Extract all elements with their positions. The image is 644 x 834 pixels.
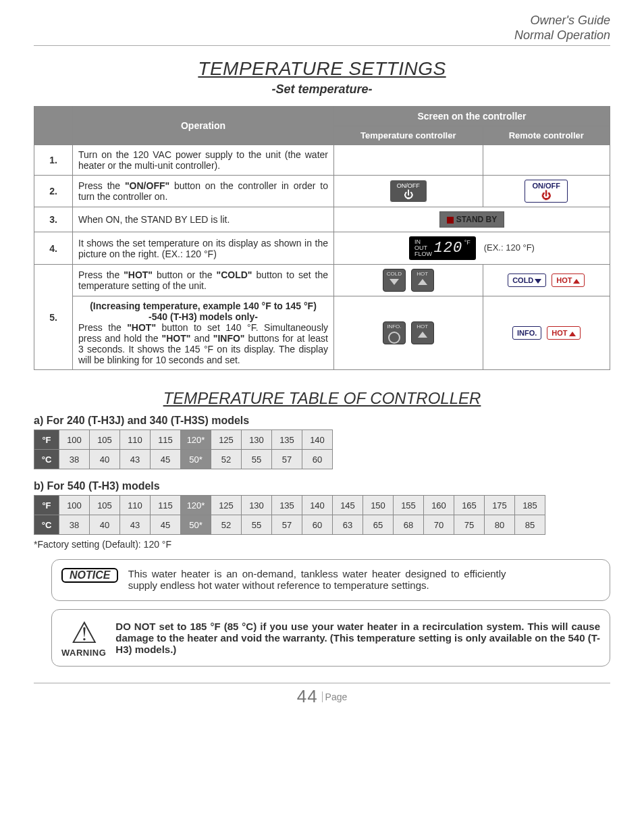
temp-table-b: °F100105110115120*1251301351401451501551… <box>34 495 545 535</box>
temp-c-cell: 45 <box>151 450 181 469</box>
step-5b-tc: INFO. HOT <box>334 296 483 370</box>
step-3-screen: STAND BY <box>334 207 610 232</box>
temp-f-cell: 160 <box>424 496 454 515</box>
temp-c-cell: 40 <box>90 515 120 535</box>
temp-f-cell: 120* <box>181 496 211 515</box>
triangle-down-icon <box>390 279 399 285</box>
temp-f-cell: 145 <box>333 496 363 515</box>
temp-f-cell: 125 <box>211 430 242 450</box>
step-1-row: 1. Turn on the 120 VAC power supply to t… <box>34 145 610 176</box>
temp-c-cell: 52 <box>211 450 242 469</box>
hot-button-tc: HOT <box>411 269 434 292</box>
temp-f-cell: 120* <box>181 430 211 450</box>
temp-c-cell: 60 <box>302 450 333 469</box>
step-2-tc: ON/OFF⏻ <box>334 176 483 207</box>
temp-f-cell: 110 <box>120 430 151 450</box>
step-4-num: 4. <box>34 232 73 265</box>
step-3-num: 3. <box>34 207 73 232</box>
page-subtitle: -Set temperature- <box>34 82 610 97</box>
step-5b-text: (Increasing temperature, example 140 °F … <box>73 296 334 370</box>
temp-c-cell: 55 <box>242 515 272 535</box>
step-5a-row: 5. Press the "HOT" button or the "COLD" … <box>34 265 610 296</box>
corner-cell <box>34 107 73 145</box>
step-2-text: Press the "ON/OFF" button on the control… <box>73 176 334 207</box>
power-icon: ⏻ <box>397 189 420 200</box>
page-title: TEMPERATURE SETTINGS <box>34 58 610 80</box>
step-1-tc <box>334 145 483 176</box>
temp-c-cell: 65 <box>363 515 394 535</box>
temp-table-a: °F100105110115120*125130135140 °C3840434… <box>34 429 333 469</box>
temp-f-cell: 135 <box>272 496 302 515</box>
temp-c-cell: 63 <box>333 515 363 535</box>
temp-c-cell: 43 <box>120 515 151 535</box>
warning-box: ⚠ WARNING DO NOT set to 185 °F (85 °C) i… <box>51 609 610 667</box>
col-operation: Operation <box>73 107 334 145</box>
temp-c-cell: 57 <box>272 515 302 535</box>
page-footer: 44 Page <box>34 683 610 707</box>
standby-badge: STAND BY <box>439 211 504 228</box>
temp-f-cell: 115 <box>151 496 181 515</box>
hot-button-rc: HOT <box>547 326 580 340</box>
triangle-up-icon <box>418 279 427 285</box>
temp-c-cell: 60 <box>302 515 333 535</box>
temp-c-cell: 85 <box>515 515 545 535</box>
temp-c-cell: 40 <box>90 450 120 469</box>
notice-text: This water heater is an on-demand, tankl… <box>128 568 506 591</box>
step-5b-rc: INFO. HOT <box>483 296 610 370</box>
temp-f-cell: 100 <box>59 430 90 450</box>
cold-button-rc: COLD <box>508 273 546 287</box>
info-button-rc: INFO. <box>512 326 541 340</box>
step-5-num: 5. <box>34 265 73 370</box>
step-5a-tc: COLD HOT <box>334 265 483 296</box>
col-remote-controller: Remote controller <box>483 126 610 145</box>
temp-f-cell: 150 <box>363 496 394 515</box>
table-a-title: a) For 240 (T-H3J) and 340 (T-H3S) model… <box>34 415 610 427</box>
temp-c-cell: 45 <box>151 515 181 535</box>
col-temp-controller: Temperature controller <box>334 126 483 145</box>
step-2-num: 2. <box>34 176 73 207</box>
temp-c-cell: 75 <box>454 515 485 535</box>
temp-c-cell: 70 <box>424 515 454 535</box>
temp-c-cell: 43 <box>120 450 151 469</box>
col-screen: Screen on the controller <box>334 107 610 126</box>
table-a-c-row: °C3840434550*52555760 <box>34 450 333 469</box>
step-5a-rc: COLD HOT <box>483 265 610 296</box>
header-block: Owner's Guide Normal Operation <box>34 14 610 43</box>
onoff-button-rc: ON/OFF⏻ <box>525 180 568 203</box>
step-4-screen: IN OUT FLOW 120 °F (EX.: 120 °F) <box>334 232 610 265</box>
temp-f-cell: 100 <box>59 496 90 515</box>
standby-led-icon <box>447 217 454 224</box>
temp-f-cell: 140 <box>302 430 333 450</box>
header-line2: Normal Operation <box>514 28 610 42</box>
step-3-row: 3. When ON, the STAND BY LED is lit. STA… <box>34 207 610 232</box>
step-2-rc: ON/OFF⏻ <box>483 176 610 207</box>
table-b-f-row: °F100105110115120*1251301351401451501551… <box>34 496 545 515</box>
lcd-display: IN OUT FLOW 120 °F <box>409 236 476 260</box>
temp-f-cell: 110 <box>120 496 151 515</box>
warning-label: WARNING <box>61 648 106 658</box>
temp-f-cell: 130 <box>242 430 272 450</box>
table-b-title: b) For 540 (T-H3) models <box>34 480 610 492</box>
step-5a-text: Press the "HOT" button or the "COLD" but… <box>73 265 334 296</box>
page-label: Page <box>322 692 348 702</box>
header-line1: Owner's Guide <box>531 14 611 27</box>
temp-c-cell: 38 <box>59 450 90 469</box>
temp-c-cell: 52 <box>211 515 242 535</box>
triangle-up-icon <box>418 332 427 338</box>
triangle-up-icon <box>569 332 576 336</box>
temp-c-cell: 50* <box>181 450 211 469</box>
step-1-rc <box>483 145 610 176</box>
temp-f-cell: 140 <box>302 496 333 515</box>
warning-text: DO NOT set to 185 °F (85 °C) if you use … <box>115 621 600 655</box>
temp-f-cell: 115 <box>151 430 181 450</box>
notice-box: NOTICE This water heater is an on-demand… <box>51 559 610 601</box>
temp-c-cell: 38 <box>59 515 90 535</box>
temp-f-cell: 135 <box>272 430 302 450</box>
temp-c-cell: 80 <box>485 515 515 535</box>
onoff-button-tc: ON/OFF⏻ <box>390 180 427 203</box>
temp-f-cell: 155 <box>394 496 424 515</box>
triangle-up-icon <box>573 279 580 284</box>
temp-f-cell: 125 <box>211 496 242 515</box>
default-note: *Factory setting (Default): 120 °F <box>34 539 610 550</box>
operation-table: Operation Screen on the controller Tempe… <box>34 106 610 370</box>
